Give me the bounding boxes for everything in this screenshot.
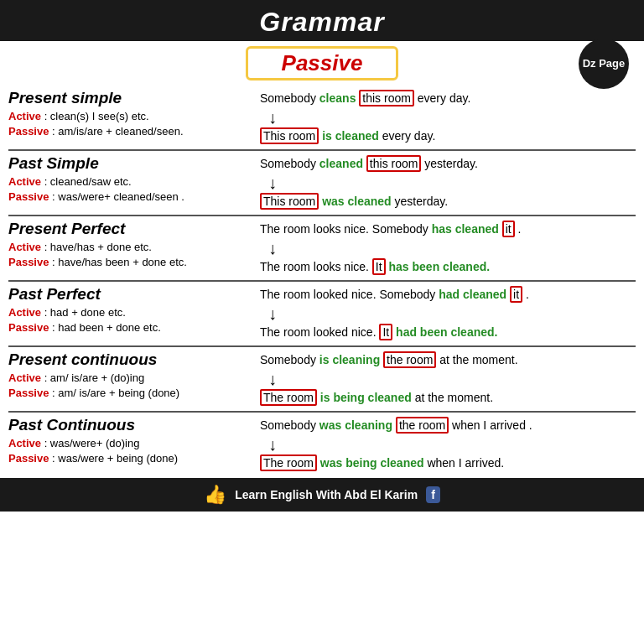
arrow-present-perfect: ↓ [260, 240, 636, 257]
active-example-present-perfect: The room looks nice. Somebody has cleane… [260, 221, 636, 238]
arrow-present-simple: ↓ [260, 109, 636, 126]
active-example-past-continuous: Somebody was cleaning the room when I ar… [260, 417, 636, 434]
facebook-icon: f [426, 486, 440, 503]
section-title-present-continuous: Present continuous [8, 351, 245, 369]
section-title-past-perfect: Past Perfect [8, 285, 245, 304]
section-past-continuous: Past Continuous Active : was/were+ (do)i… [8, 413, 636, 476]
section-past-simple: Past Simple Active : cleaned/saw etc. Pa… [8, 151, 636, 216]
active-example-past-perfect: The room looked nice. Somebody had clean… [260, 286, 636, 304]
main-content: Present simple Active : clean(s) I see(s… [0, 86, 644, 476]
passive-example-past-perfect: The room looked nice. It had been cleane… [260, 324, 636, 341]
left-col-present-perfect: Present Perfect Active : have/has + done… [8, 220, 252, 277]
passive-badge: Passive [246, 46, 399, 80]
passive-example-present-perfect: The room looks nice. It has been cleaned… [260, 258, 636, 276]
thumbs-up-icon: 👍 [204, 484, 226, 506]
passive-example-past-simple: This room was cleaned yesterday. [260, 193, 636, 210]
active-rule-past-simple: Active : cleaned/saw etc. [8, 174, 245, 190]
right-col-present-continuous: Somebody is cleaning the room at the mom… [252, 351, 636, 408]
active-example-present-continuous: Somebody is cleaning the room at the mom… [260, 351, 636, 369]
footer-text: Learn English With Abd El Karim [235, 488, 418, 501]
active-example-past-simple: Somebody cleaned this room yesterday. [260, 155, 636, 173]
right-col-present-perfect: The room looks nice. Somebody has cleane… [252, 220, 636, 277]
passive-bar: Passive Dz Page [0, 41, 644, 86]
left-col-past-simple: Past Simple Active : cleaned/saw etc. Pa… [8, 154, 252, 211]
section-present-continuous: Present continuous Active : am/ is/are +… [8, 347, 636, 413]
arrow-present-continuous: ↓ [260, 371, 636, 387]
active-rule-present-continuous: Active : am/ is/are + (do)ing [8, 371, 245, 386]
dz-page-badge: Dz Page [579, 39, 629, 89]
active-rule-present-perfect: Active : have/has + done etc. [8, 240, 245, 255]
left-col-present-simple: Present simple Active : clean(s) I see(s… [8, 89, 252, 146]
left-col-past-perfect: Past Perfect Active : had + done etc. Pa… [8, 285, 252, 342]
left-col-past-continuous: Past Continuous Active : was/were+ (do)i… [8, 416, 252, 473]
section-title-past-simple: Past Simple [8, 154, 245, 173]
passive-rule-present-simple: Passive : am/is/are + cleaned/seen. [8, 124, 245, 139]
right-col-past-continuous: Somebody was cleaning the room when I ar… [252, 416, 636, 473]
section-title-past-continuous: Past Continuous [8, 416, 245, 434]
section-present-simple: Present simple Active : clean(s) I see(s… [8, 86, 636, 151]
passive-label: Passive [282, 50, 363, 75]
passive-rule-present-perfect: Passive : have/has been + done etc. [8, 255, 245, 270]
footer: 👍 Learn English With Abd El Karim f [0, 478, 644, 512]
header: Grammar [0, 0, 644, 41]
arrow-past-perfect: ↓ [260, 305, 636, 322]
arrow-past-continuous: ↓ [260, 436, 636, 453]
passive-example-present-continuous: The room is being cleaned at the moment. [260, 389, 636, 407]
section-present-perfect: Present Perfect Active : have/has + done… [8, 216, 636, 282]
active-rule-present-simple: Active : clean(s) I see(s) etc. [8, 109, 245, 124]
active-example-present-simple: Somebody cleans this room every day. [260, 90, 636, 107]
active-rule-past-perfect: Active : had + done etc. [8, 305, 245, 320]
arrow-past-simple: ↓ [260, 174, 636, 191]
left-col-present-continuous: Present continuous Active : am/ is/are +… [8, 351, 252, 408]
passive-rule-present-continuous: Passive : am/ is/are + being (done) [8, 386, 245, 401]
passive-example-present-simple: This room is cleaned every day. [260, 127, 636, 145]
section-title-present-perfect: Present Perfect [8, 220, 245, 238]
passive-rule-past-continuous: Passive : was/were + being (done) [8, 451, 245, 466]
section-title-present-simple: Present simple [8, 89, 245, 107]
right-col-past-perfect: The room looked nice. Somebody had clean… [252, 285, 636, 342]
page-title: Grammar [0, 7, 644, 38]
right-col-past-simple: Somebody cleaned this room yesterday. ↓ … [252, 154, 636, 211]
passive-rule-past-perfect: Passive : had been + done etc. [8, 320, 245, 335]
right-col-present-simple: Somebody cleans this room every day. ↓ T… [252, 89, 636, 146]
section-past-perfect: Past Perfect Active : had + done etc. Pa… [8, 282, 636, 347]
passive-rule-past-simple: Passive : was/were+ cleaned/seen . [8, 190, 245, 205]
passive-example-past-continuous: The room was being cleaned when I arrive… [260, 454, 636, 472]
active-rule-past-continuous: Active : was/were+ (do)ing [8, 436, 245, 451]
